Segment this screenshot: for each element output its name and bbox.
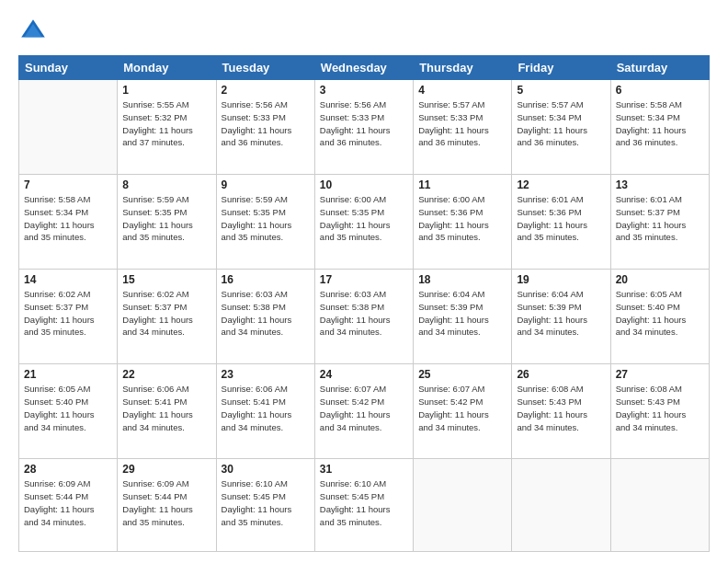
weekday-header: Saturday: [610, 56, 709, 80]
day-info: Sunrise: 6:00 AMSunset: 5:35 PMDaylight:…: [320, 193, 408, 244]
day-info: Sunrise: 6:01 AMSunset: 5:36 PMDaylight:…: [517, 193, 605, 244]
week-row: 1Sunrise: 5:55 AMSunset: 5:32 PMDaylight…: [19, 80, 710, 175]
day-info: Sunrise: 6:03 AMSunset: 5:38 PMDaylight:…: [320, 288, 408, 339]
day-info: Sunrise: 5:59 AMSunset: 5:35 PMDaylight:…: [222, 193, 310, 244]
day-info: Sunrise: 6:02 AMSunset: 5:37 PMDaylight:…: [24, 288, 112, 339]
day-info: Sunrise: 6:04 AMSunset: 5:39 PMDaylight:…: [418, 288, 506, 339]
day-info: Sunrise: 6:08 AMSunset: 5:43 PMDaylight:…: [517, 383, 605, 433]
weekday-header: Friday: [512, 56, 610, 80]
calendar-cell: 11Sunrise: 6:00 AMSunset: 5:36 PMDayligh…: [414, 175, 512, 270]
calendar-cell: 23Sunrise: 6:06 AMSunset: 5:41 PMDayligh…: [216, 364, 314, 459]
week-row: 7Sunrise: 5:58 AMSunset: 5:34 PMDaylight…: [19, 175, 710, 270]
calendar-table: SundayMondayTuesdayWednesdayThursdayFrid…: [18, 55, 710, 552]
calendar-cell: 22Sunrise: 6:06 AMSunset: 5:41 PMDayligh…: [118, 364, 216, 459]
weekday-header: Sunday: [19, 56, 118, 80]
day-number: 3: [320, 84, 408, 97]
calendar-cell: [610, 459, 709, 552]
day-info: Sunrise: 6:03 AMSunset: 5:38 PMDaylight:…: [222, 288, 310, 339]
calendar-cell: 19Sunrise: 6:04 AMSunset: 5:39 PMDayligh…: [512, 270, 610, 364]
day-number: 18: [418, 273, 506, 286]
calendar-cell: 8Sunrise: 5:59 AMSunset: 5:35 PMDaylight…: [118, 175, 216, 270]
day-number: 17: [320, 273, 408, 286]
calendar-cell: 12Sunrise: 6:01 AMSunset: 5:36 PMDayligh…: [512, 175, 610, 270]
day-number: 30: [222, 463, 310, 476]
calendar-cell: 28Sunrise: 6:09 AMSunset: 5:44 PMDayligh…: [19, 459, 118, 552]
day-number: 4: [418, 84, 506, 97]
page: SundayMondayTuesdayWednesdayThursdayFrid…: [0, 0, 728, 563]
calendar-cell: 25Sunrise: 6:07 AMSunset: 5:42 PMDayligh…: [414, 364, 512, 459]
day-number: 25: [418, 368, 506, 381]
day-info: Sunrise: 6:05 AMSunset: 5:40 PMDaylight:…: [616, 288, 704, 339]
weekday-header: Thursday: [414, 56, 512, 80]
day-info: Sunrise: 6:01 AMSunset: 5:37 PMDaylight:…: [616, 193, 704, 244]
weekday-header: Wednesday: [314, 56, 413, 80]
calendar-cell: 21Sunrise: 6:05 AMSunset: 5:40 PMDayligh…: [19, 364, 118, 459]
day-number: 19: [517, 273, 605, 286]
day-info: Sunrise: 5:57 AMSunset: 5:33 PMDaylight:…: [418, 98, 506, 149]
day-info: Sunrise: 5:55 AMSunset: 5:32 PMDaylight:…: [122, 98, 210, 149]
week-row: 21Sunrise: 6:05 AMSunset: 5:40 PMDayligh…: [19, 364, 710, 459]
day-number: 2: [222, 84, 310, 97]
day-info: Sunrise: 6:00 AMSunset: 5:36 PMDaylight:…: [418, 193, 506, 244]
calendar-cell: 10Sunrise: 6:00 AMSunset: 5:35 PMDayligh…: [314, 175, 413, 270]
logo: [18, 17, 51, 46]
calendar-cell: 30Sunrise: 6:10 AMSunset: 5:45 PMDayligh…: [216, 459, 314, 552]
calendar-cell: 24Sunrise: 6:07 AMSunset: 5:42 PMDayligh…: [314, 364, 413, 459]
calendar-cell: 4Sunrise: 5:57 AMSunset: 5:33 PMDaylight…: [414, 80, 512, 175]
day-number: 9: [222, 178, 310, 191]
day-number: 11: [418, 178, 506, 191]
week-row: 28Sunrise: 6:09 AMSunset: 5:44 PMDayligh…: [19, 459, 710, 552]
logo-icon: [18, 17, 48, 46]
day-number: 13: [616, 178, 704, 191]
day-number: 6: [616, 84, 704, 97]
day-number: 8: [122, 178, 210, 191]
day-number: 29: [122, 463, 210, 476]
day-number: 27: [616, 368, 704, 381]
day-info: Sunrise: 6:06 AMSunset: 5:41 PMDaylight:…: [122, 383, 210, 433]
calendar-cell: 18Sunrise: 6:04 AMSunset: 5:39 PMDayligh…: [414, 270, 512, 364]
calendar-cell: 1Sunrise: 5:55 AMSunset: 5:32 PMDaylight…: [118, 80, 216, 175]
calendar-cell: 26Sunrise: 6:08 AMSunset: 5:43 PMDayligh…: [512, 364, 610, 459]
calendar-cell: 14Sunrise: 6:02 AMSunset: 5:37 PMDayligh…: [19, 270, 118, 364]
day-info: Sunrise: 6:06 AMSunset: 5:41 PMDaylight:…: [222, 383, 310, 433]
day-info: Sunrise: 5:56 AMSunset: 5:33 PMDaylight:…: [320, 98, 408, 149]
day-info: Sunrise: 6:10 AMSunset: 5:45 PMDaylight:…: [222, 477, 310, 528]
calendar-cell: 20Sunrise: 6:05 AMSunset: 5:40 PMDayligh…: [610, 270, 709, 364]
calendar-cell: 17Sunrise: 6:03 AMSunset: 5:38 PMDayligh…: [314, 270, 413, 364]
header: [18, 17, 710, 46]
day-number: 20: [616, 273, 704, 286]
calendar-cell: 16Sunrise: 6:03 AMSunset: 5:38 PMDayligh…: [216, 270, 314, 364]
day-number: 5: [517, 84, 605, 97]
day-info: Sunrise: 6:05 AMSunset: 5:40 PMDaylight:…: [24, 383, 112, 433]
week-row: 14Sunrise: 6:02 AMSunset: 5:37 PMDayligh…: [19, 270, 710, 364]
day-info: Sunrise: 5:58 AMSunset: 5:34 PMDaylight:…: [24, 193, 112, 244]
day-info: Sunrise: 6:07 AMSunset: 5:42 PMDaylight:…: [418, 383, 506, 433]
calendar-cell: [512, 459, 610, 552]
calendar-cell: [414, 459, 512, 552]
day-number: 24: [320, 368, 408, 381]
weekday-header: Monday: [118, 56, 216, 80]
day-number: 16: [222, 273, 310, 286]
day-number: 26: [517, 368, 605, 381]
calendar-cell: 7Sunrise: 5:58 AMSunset: 5:34 PMDaylight…: [19, 175, 118, 270]
calendar-cell: [19, 80, 118, 175]
calendar-cell: 3Sunrise: 5:56 AMSunset: 5:33 PMDaylight…: [314, 80, 413, 175]
calendar-cell: 6Sunrise: 5:58 AMSunset: 5:34 PMDaylight…: [610, 80, 709, 175]
day-number: 10: [320, 178, 408, 191]
day-number: 7: [24, 178, 112, 191]
day-info: Sunrise: 6:09 AMSunset: 5:44 PMDaylight:…: [122, 477, 210, 528]
calendar-cell: 15Sunrise: 6:02 AMSunset: 5:37 PMDayligh…: [118, 270, 216, 364]
calendar-cell: 31Sunrise: 6:10 AMSunset: 5:45 PMDayligh…: [314, 459, 413, 552]
day-info: Sunrise: 6:10 AMSunset: 5:45 PMDaylight:…: [320, 477, 408, 528]
day-info: Sunrise: 6:02 AMSunset: 5:37 PMDaylight:…: [122, 288, 210, 339]
day-number: 12: [517, 178, 605, 191]
day-info: Sunrise: 6:04 AMSunset: 5:39 PMDaylight:…: [517, 288, 605, 339]
day-number: 31: [320, 463, 408, 476]
day-info: Sunrise: 6:08 AMSunset: 5:43 PMDaylight:…: [616, 383, 704, 433]
calendar-cell: 29Sunrise: 6:09 AMSunset: 5:44 PMDayligh…: [118, 459, 216, 552]
calendar-cell: 13Sunrise: 6:01 AMSunset: 5:37 PMDayligh…: [610, 175, 709, 270]
day-number: 21: [24, 368, 112, 381]
calendar-cell: 27Sunrise: 6:08 AMSunset: 5:43 PMDayligh…: [610, 364, 709, 459]
day-number: 28: [24, 463, 112, 476]
day-info: Sunrise: 5:57 AMSunset: 5:34 PMDaylight:…: [517, 98, 605, 149]
